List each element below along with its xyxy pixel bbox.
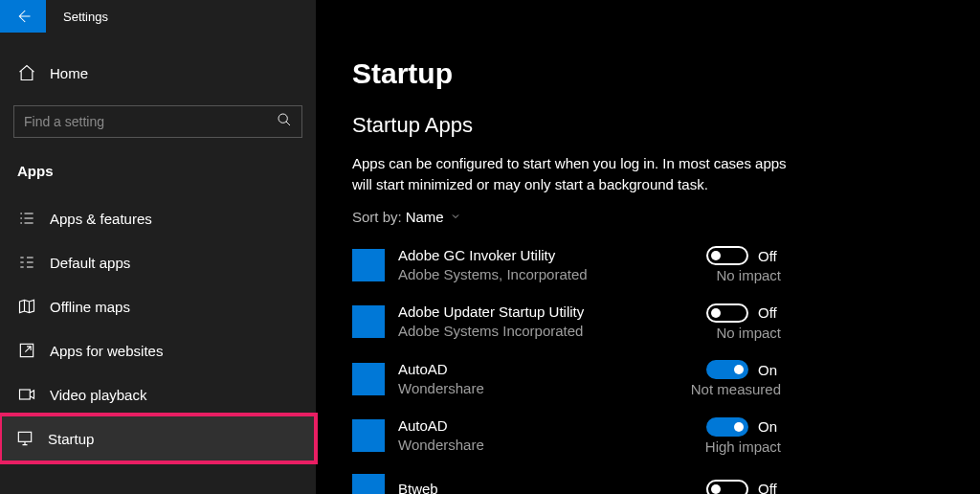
sidebar-item-label: Apps & features	[50, 211, 152, 227]
sidebar-item-label: Apps for websites	[50, 343, 163, 359]
toggle-state-label: Off	[758, 248, 781, 264]
toggle-switch[interactable]	[706, 480, 748, 495]
impact-label: No impact	[716, 267, 781, 283]
sidebar: Home Apps Apps & features Default apps	[0, 33, 316, 494]
map-icon	[17, 297, 36, 316]
app-publisher: Adobe Systems Incorporated	[398, 322, 706, 341]
sidebar-category: Apps	[0, 155, 316, 196]
svg-rect-3	[18, 432, 31, 441]
app-icon	[352, 419, 385, 452]
toggle-switch[interactable]	[706, 360, 748, 379]
sort-value[interactable]: Name	[406, 209, 461, 225]
svg-rect-2	[20, 390, 31, 399]
list-icon	[17, 209, 36, 228]
app-row: AutoAD Wondershare On High impact	[352, 411, 781, 468]
app-icon	[352, 305, 385, 338]
app-row: AutoAD Wondershare On Not measured	[352, 354, 781, 412]
app-row: Adobe GC Invoker Utility Adobe Systems, …	[352, 240, 781, 298]
search-box[interactable]	[13, 105, 302, 138]
sidebar-home-label: Home	[50, 65, 88, 81]
toggle-state-label: Off	[758, 304, 781, 321]
startup-icon	[15, 429, 34, 448]
sidebar-item-video-playback[interactable]: Video playback	[0, 372, 316, 416]
sidebar-item-apps-features[interactable]: Apps & features	[0, 196, 316, 240]
sidebar-home[interactable]: Home	[0, 54, 316, 92]
svg-point-0	[278, 114, 287, 123]
section-description: Apps can be configured to start when you…	[352, 153, 792, 195]
app-row: Btweb Off	[352, 468, 781, 495]
startup-app-list: Adobe GC Invoker Utility Adobe Systems, …	[352, 240, 781, 495]
sidebar-item-label: Startup	[48, 431, 94, 447]
app-icon	[352, 363, 385, 395]
toggle-switch[interactable]	[706, 303, 748, 323]
search-input[interactable]	[24, 114, 277, 129]
toggle-state-label: On	[758, 362, 781, 378]
toggle-state-label: Off	[758, 481, 781, 494]
impact-label: No impact	[716, 325, 781, 341]
sort-control[interactable]: Sort by: Name	[352, 209, 980, 225]
defaults-icon	[17, 253, 36, 272]
sidebar-item-offline-maps[interactable]: Offline maps	[0, 284, 316, 328]
toggle-switch[interactable]	[706, 417, 748, 437]
app-name: Btweb	[398, 480, 706, 494]
section-title: Startup Apps	[352, 113, 980, 138]
sidebar-item-startup[interactable]: Startup	[0, 413, 318, 464]
arrow-left-icon	[14, 8, 32, 25]
app-name: Adobe GC Invoker Utility	[398, 246, 706, 265]
video-icon	[17, 385, 36, 404]
app-row: Adobe Updater Startup Utility Adobe Syst…	[352, 297, 781, 354]
app-name: Adobe Updater Startup Utility	[398, 303, 706, 322]
main-content: Startup Startup Apps Apps can be configu…	[316, 33, 980, 494]
sidebar-item-label: Video playback	[50, 387, 146, 403]
app-publisher: Adobe Systems, Incorporated	[398, 265, 706, 284]
chevron-down-icon	[450, 211, 461, 222]
app-icon	[352, 474, 385, 495]
launch-icon	[17, 341, 36, 360]
app-publisher: Wondershare	[398, 379, 691, 398]
sidebar-item-default-apps[interactable]: Default apps	[0, 240, 316, 284]
sidebar-item-label: Default apps	[50, 255, 130, 271]
app-icon	[352, 249, 385, 281]
impact-label: Not measured	[691, 381, 781, 397]
toggle-state-label: On	[758, 418, 781, 435]
sort-label: Sort by:	[352, 209, 402, 225]
app-name: AutoAD	[398, 416, 705, 436]
sidebar-item-apps-websites[interactable]: Apps for websites	[0, 328, 316, 372]
app-name: AutoAD	[398, 360, 691, 379]
app-publisher: Wondershare	[398, 436, 705, 455]
titlebar: Settings	[0, 0, 980, 33]
toggle-switch[interactable]	[706, 246, 748, 265]
window-title: Settings	[63, 10, 108, 24]
sidebar-item-label: Offline maps	[50, 299, 130, 315]
back-button[interactable]	[0, 0, 46, 33]
impact-label: High impact	[705, 438, 781, 455]
home-icon	[17, 63, 36, 82]
search-icon	[277, 112, 292, 131]
page-title: Startup	[352, 57, 980, 90]
